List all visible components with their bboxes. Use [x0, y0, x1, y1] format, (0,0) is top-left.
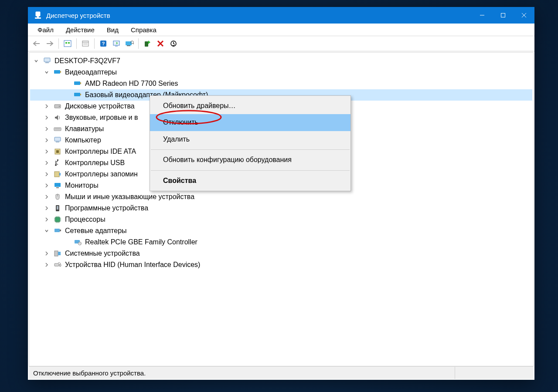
hid-icon — [54, 261, 61, 269]
tree-label: Системные устройства — [65, 248, 143, 259]
chevron-right-icon[interactable] — [43, 148, 50, 155]
chevron-right-icon[interactable] — [43, 125, 50, 132]
svg-rect-18 — [127, 45, 130, 46]
close-button[interactable] — [514, 7, 534, 24]
display-adapter-icon — [74, 80, 82, 88]
tree-label: Контроллеры запомин — [65, 169, 140, 180]
tree-category-processors[interactable]: Процессоры — [30, 214, 532, 225]
menu-action[interactable]: Действие — [60, 24, 101, 35]
maximize-button[interactable] — [493, 7, 514, 24]
svg-rect-35 — [54, 137, 61, 141]
tree-device-amd-radeon[interactable]: AMD Radeon HD 7700 Series — [30, 78, 532, 89]
tree-category-system-devices[interactable]: Системные устройства — [30, 248, 532, 259]
tree-label: DESKTOP-F3Q2VF7 — [54, 55, 123, 67]
context-menu-uninstall[interactable]: Удалить — [150, 131, 350, 148]
display-adapter-icon — [74, 91, 82, 99]
chevron-right-icon[interactable] — [43, 250, 50, 257]
menubar: Файл Действие Вид Справка — [28, 24, 534, 36]
tree-category-network-adapters[interactable]: Сетевые адаптеры — [30, 225, 532, 237]
display-adapter-icon — [54, 68, 61, 76]
chevron-right-icon[interactable] — [43, 205, 50, 212]
context-menu-scan-hardware[interactable]: Обновить конфигурацию оборудования — [150, 152, 350, 168]
device-tree[interactable]: DESKTOP-F3Q2VF7 Видеоадаптеры AMD Radeon… — [29, 53, 533, 366]
chevron-down-icon[interactable] — [43, 69, 50, 76]
svg-rect-2 — [35, 17, 41, 19]
enable-button[interactable] — [141, 37, 153, 50]
uninstall-button[interactable] — [154, 37, 167, 50]
svg-rect-44 — [56, 187, 59, 188]
context-menu: Обновить драйверы… Отключить Удалить Обн… — [150, 95, 351, 191]
menu-view[interactable]: Вид — [101, 24, 125, 35]
svg-rect-16 — [113, 41, 119, 45]
nav-back-button[interactable] — [31, 37, 43, 50]
svg-rect-48 — [55, 217, 60, 222]
help-button[interactable]: ? — [97, 37, 109, 50]
tree-label: Контроллеры IDE ATA — [65, 146, 139, 157]
chevron-down-icon[interactable] — [33, 57, 40, 64]
nav-forward-button[interactable] — [44, 37, 56, 50]
chevron-right-icon[interactable] — [43, 103, 50, 110]
svg-line-20 — [133, 43, 134, 44]
tree-root[interactable]: DESKTOP-F3Q2VF7 — [30, 55, 532, 67]
tree-label: AMD Radeon HD 7700 Series — [85, 78, 180, 89]
chevron-right-icon[interactable] — [43, 171, 50, 178]
chevron-right-icon[interactable] — [43, 159, 50, 166]
svg-rect-4 — [501, 14, 505, 17]
svg-rect-49 — [54, 229, 60, 232]
tree-category-mouse[interactable]: Мыши и иные указывающие устройства — [30, 191, 532, 203]
tree-category-display-adapters[interactable]: Видеоадаптеры — [30, 67, 532, 78]
chevron-right-icon[interactable] — [43, 182, 50, 189]
svg-rect-27 — [74, 81, 80, 85]
svg-rect-24 — [45, 62, 49, 63]
tree-label: Звуковые, игровые и в — [65, 112, 140, 123]
context-menu-update-drivers[interactable]: Обновить драйверы… — [150, 98, 350, 114]
tree-label: Устройства HID (Human Interface Devices) — [65, 259, 203, 270]
properties-button[interactable] — [79, 37, 92, 50]
menu-file[interactable]: Файл — [31, 24, 60, 35]
chevron-down-icon[interactable] — [43, 227, 50, 234]
svg-rect-41 — [54, 172, 59, 177]
disk-drive-icon — [54, 102, 61, 110]
svg-rect-1 — [37, 16, 39, 17]
update-driver-button[interactable] — [123, 37, 136, 50]
chevron-right-icon[interactable] — [43, 137, 50, 144]
device-manager-window: Диспетчер устройств Файл Действие Вид Сп… — [28, 7, 534, 380]
minimize-button[interactable] — [472, 7, 493, 24]
mouse-icon — [54, 193, 61, 201]
disable-button[interactable] — [167, 37, 180, 50]
tree-device-realtek-gbe[interactable]: Realtek PCIe GBE Family Controller — [30, 237, 532, 248]
chevron-right-icon[interactable] — [43, 216, 50, 223]
chevron-right-icon[interactable] — [43, 193, 50, 200]
svg-rect-54 — [58, 252, 61, 255]
context-menu-separator — [151, 149, 350, 150]
tree-label: Процессоры — [65, 214, 108, 225]
context-menu-disable[interactable]: Отключить — [150, 114, 350, 131]
tree-category-hid[interactable]: Устройства HID (Human Interface Devices) — [30, 259, 532, 270]
network-adapter-icon — [74, 238, 82, 246]
svg-point-56 — [59, 264, 61, 267]
titlebar[interactable]: Диспетчер устройств — [28, 7, 534, 24]
tree-label: Контроллеры USB — [65, 157, 127, 169]
tree-category-software-devices[interactable]: Программные устройства — [30, 203, 532, 214]
monitor-icon — [54, 182, 61, 189]
context-menu-properties[interactable]: Свойства — [150, 172, 350, 189]
svg-point-32 — [59, 106, 60, 107]
scan-hardware-button[interactable] — [110, 37, 122, 50]
svg-rect-36 — [56, 142, 59, 142]
svg-rect-0 — [36, 12, 40, 16]
svg-rect-40 — [57, 159, 58, 161]
chevron-right-icon[interactable] — [43, 114, 50, 121]
menu-help[interactable]: Справка — [125, 24, 163, 35]
show-hide-tree-button[interactable] — [61, 37, 74, 50]
svg-rect-53 — [54, 251, 58, 256]
usb-icon — [54, 159, 61, 167]
svg-rect-43 — [54, 183, 61, 187]
system-device-icon — [54, 250, 61, 257]
svg-rect-50 — [60, 230, 61, 231]
tree-label: Видеоадаптеры — [65, 67, 119, 78]
svg-rect-23 — [44, 58, 50, 62]
sound-icon — [54, 114, 61, 122]
statusbar: Отключение выбранного устройства. — [29, 366, 534, 379]
chevron-right-icon[interactable] — [43, 261, 50, 268]
svg-rect-42 — [59, 173, 61, 176]
